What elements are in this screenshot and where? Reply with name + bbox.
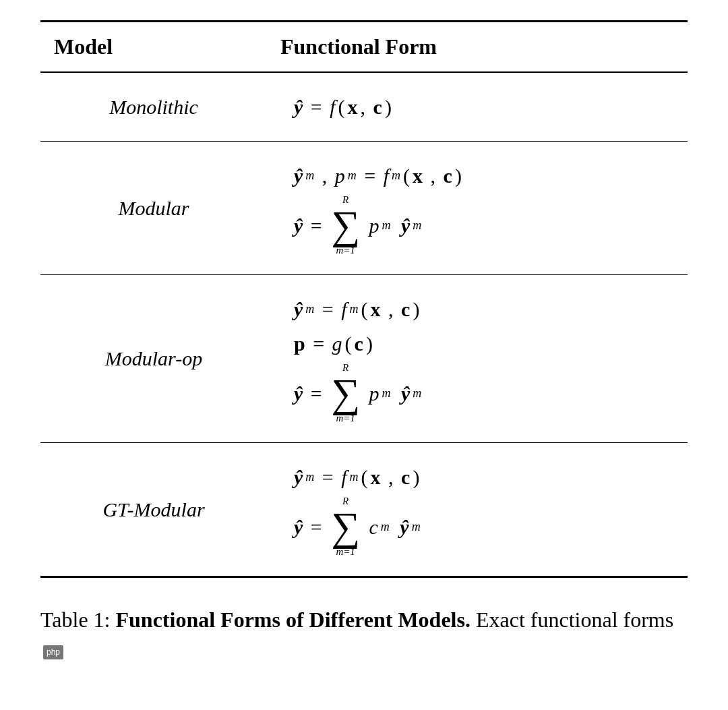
models-table: Model Functional Form Monolithic ŷ = f ( [40,20,688,578]
formula-modular-op: ŷm = fm ( x , c ) p = g [267,275,688,443]
table-row: Modular ŷm , pm = fm ( x , [40,142,688,275]
caption-label: Table 1: [40,608,111,632]
table-row: Monolithic ŷ = f ( x , c ) [40,72,688,142]
formula-gt-modular: ŷm = fm ( x , c ) ŷ = [267,443,688,577]
formula-monolithic: ŷ = f ( x , c ) [267,72,688,142]
model-name-monolithic: Monolithic [40,72,267,142]
formula-modular: ŷm , pm = fm ( x , c ) ŷ [267,142,688,275]
model-name-modular: Modular [40,142,267,275]
header-model: Model [40,22,267,73]
php-badge: php [43,645,63,659]
model-name-modular-op: Modular-op [40,275,267,443]
model-name-gt-modular: GT-Modular [40,443,267,577]
header-functional-form: Functional Form [267,22,688,73]
table-row: Modular-op ŷm = fm ( x , c ) [40,275,688,443]
caption-bold-text: Functional Forms of Different Models. [116,608,471,632]
table-row: GT-Modular ŷm = fm ( x , c ) [40,443,688,577]
caption-normal-text: Exact functional forms [476,608,673,632]
table-caption: Table 1: Functional Forms of Different M… [40,605,688,665]
main-table-container: Model Functional Form Monolithic ŷ = f ( [40,20,688,578]
